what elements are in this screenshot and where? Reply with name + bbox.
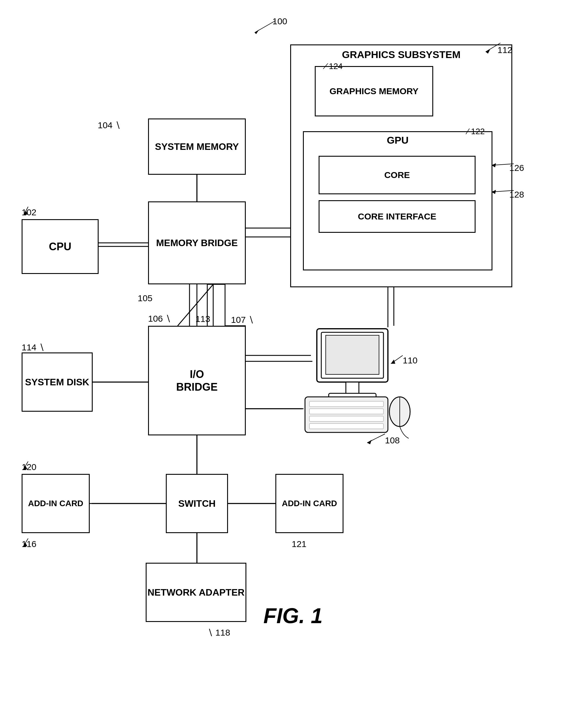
gpu-label: GPU — [304, 134, 491, 146]
addin-card-right-box: ADD-IN CARD — [275, 474, 344, 533]
arrow-112 — [480, 40, 509, 55]
svg-rect-34 — [310, 416, 383, 421]
ref-106: 106 ∖ — [148, 313, 171, 324]
svg-rect-32 — [310, 401, 383, 407]
core-box: CORE — [319, 156, 476, 194]
svg-marker-39 — [367, 440, 372, 444]
svg-marker-15 — [255, 30, 259, 34]
arrow-102 — [18, 204, 32, 218]
svg-marker-30 — [391, 360, 395, 364]
system-disk-box: SYSTEM DISK — [22, 353, 93, 412]
svg-marker-23 — [24, 211, 28, 215]
svg-marker-19 — [491, 163, 496, 167]
svg-marker-43 — [23, 543, 27, 547]
ref-121: 121 — [292, 539, 307, 549]
svg-rect-33 — [310, 409, 383, 414]
diagram: 100 GRAPHICS SUBSYSTEM GRAPHICS MEMORY ∕… — [0, 0, 586, 652]
ref-114: 114 ∖ — [22, 342, 45, 353]
arrow-120 — [18, 459, 32, 473]
ref-124-label: ∕ 124 — [325, 61, 343, 71]
arrow-116 — [18, 536, 32, 550]
svg-rect-35 — [310, 423, 383, 429]
arrow-126 — [486, 159, 521, 171]
graphics-subsystem-label: GRAPHICS SUBSYSTEM — [291, 49, 511, 60]
svg-rect-26 — [326, 335, 379, 374]
ref-105: 105 — [138, 293, 153, 303]
ref-107: 107 ∖ — [231, 315, 254, 325]
core-interface-box: CORE INTERFACE — [319, 200, 476, 233]
memory-bridge-box: MEMORY BRIDGE — [148, 201, 246, 284]
graphics-subsystem-box: GRAPHICS SUBSYSTEM GRAPHICS MEMORY ∕ 124… — [290, 45, 512, 287]
gpu-outer-box: GPU CORE CORE INTERFACE — [303, 131, 492, 270]
addin-card-left-box: ADD-IN CARD — [22, 474, 90, 533]
system-memory-box: SYSTEM MEMORY — [148, 119, 246, 175]
ref-118: ∖ 118 — [207, 627, 230, 638]
svg-line-16 — [486, 43, 500, 52]
ref-104: 104 ∖ — [98, 120, 121, 130]
svg-marker-21 — [491, 190, 496, 194]
graphics-memory-box: GRAPHICS MEMORY — [315, 66, 433, 116]
arrow-108 — [355, 431, 391, 446]
arrow-128 — [486, 186, 521, 198]
arrow-110 — [385, 353, 409, 367]
ref-113: 113 — [195, 314, 210, 324]
svg-marker-17 — [486, 49, 490, 54]
io-bridge-box: I/OBRIDGE — [148, 326, 246, 435]
ref-122-label: ∕ 122 — [467, 127, 485, 136]
switch-box: SWITCH — [166, 474, 228, 533]
svg-marker-41 — [23, 466, 27, 470]
arrow-100 — [237, 18, 281, 35]
cpu-box: CPU — [22, 219, 99, 274]
fig-label: FIG. 1 — [0, 604, 586, 628]
